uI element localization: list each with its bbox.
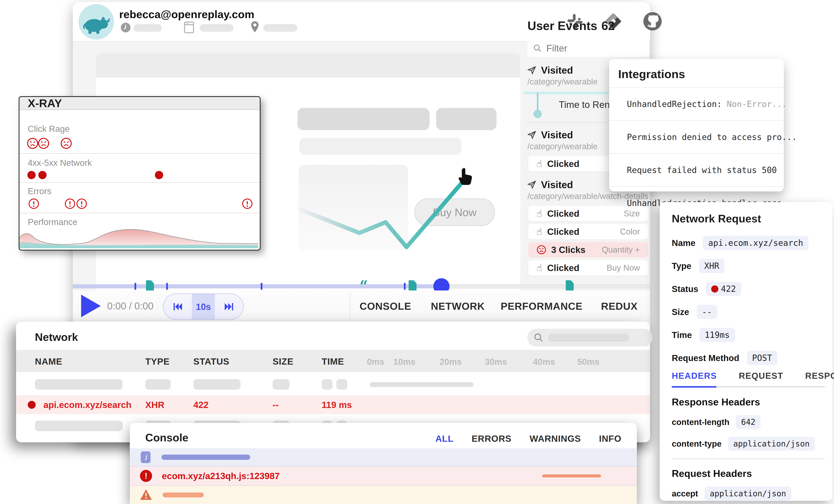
col-name[interactable]: NAME xyxy=(35,356,62,367)
network-error-dot[interactable] xyxy=(27,171,36,179)
error-badge-icon: ! xyxy=(140,470,152,482)
waterfall-bar xyxy=(370,382,474,387)
info-skeleton-bar xyxy=(161,455,250,460)
timeline-bookmark-marker[interactable] xyxy=(409,280,417,292)
field-label: Request Method xyxy=(672,353,739,363)
event-clicked[interactable]: ☝ Clicked Buy Now xyxy=(528,260,648,276)
console-tab-errors[interactable]: ERRORS xyxy=(471,434,511,444)
skeleton-bar xyxy=(35,421,123,431)
network-error-dot[interactable] xyxy=(155,171,163,179)
timeline-bookmark-marker[interactable] xyxy=(146,280,154,292)
timeline-event-tick[interactable] xyxy=(261,283,262,290)
network-request-panel: Network Request Name api.ecom.xyz/search… xyxy=(660,202,833,501)
tab-request[interactable]: REQUEST xyxy=(739,371,783,381)
tab-redux[interactable]: REDUX xyxy=(601,300,638,312)
tab-performance[interactable]: PERFORMANCE xyxy=(501,300,583,312)
error-icon[interactable] xyxy=(76,198,87,210)
tab-network[interactable]: NETWORK xyxy=(431,300,485,312)
header-value-chip: 642 xyxy=(736,415,761,429)
divider xyxy=(19,182,260,183)
request-status: 422 xyxy=(193,400,208,410)
console-row-info[interactable]: i xyxy=(130,448,637,467)
skeleton-bar xyxy=(336,379,347,390)
error-icon[interactable] xyxy=(64,198,75,210)
console-tab-info[interactable]: INFO xyxy=(599,434,621,444)
request-detail-tabs: HEADERS REQUEST RESPONSE xyxy=(672,371,825,381)
error-skeleton-line xyxy=(542,475,601,477)
tab-console[interactable]: CONSOLE xyxy=(359,300,411,312)
network-request-title: Network Request xyxy=(672,212,825,225)
ruler-50ms: 50ms xyxy=(577,357,599,367)
console-tab-warnings[interactable]: WARNINGS xyxy=(529,434,581,444)
integration-message: Request failed with status 500 xyxy=(627,165,777,175)
filter-input[interactable] xyxy=(546,43,626,54)
play-button[interactable] xyxy=(81,294,101,317)
network-error-dot[interactable] xyxy=(38,171,47,179)
field-value-chip: POST xyxy=(747,351,777,365)
rage-face-icon[interactable] xyxy=(27,137,39,149)
integration-item[interactable]: Request failed with status 500 xyxy=(609,153,784,186)
playback-time: 0:00 / 0:00 xyxy=(107,300,154,312)
console-row-error[interactable]: ! ecom.xyz/a213qh.js:123987 xyxy=(130,467,637,486)
header-content-length: content-length 642 xyxy=(672,415,825,429)
timeline-event-tick[interactable] xyxy=(134,283,136,290)
network-search-box[interactable] xyxy=(527,329,653,347)
col-time[interactable]: TIME xyxy=(322,356,344,367)
user-events-count: 62 xyxy=(601,19,615,33)
player-controls: 0:00 / 0:00 10s xyxy=(73,290,650,323)
performance-chart xyxy=(19,226,258,248)
event-label: Clicked xyxy=(547,226,579,237)
integration-item[interactable]: UnhandledRejection: Non-Error... xyxy=(609,87,784,120)
error-icon[interactable] xyxy=(242,198,253,210)
divider xyxy=(19,153,260,154)
xray-panel: X-RAY Click Rage 4xx-5xx Network Errors … xyxy=(19,96,261,250)
network-row-skeleton[interactable] xyxy=(16,379,650,391)
integration-message-muted: Non-Error... xyxy=(727,99,787,109)
field-value-chip: -- xyxy=(697,305,717,319)
tab-headers[interactable]: HEADERS xyxy=(672,371,717,381)
field-request-method: Request Method POST xyxy=(672,351,825,365)
event-label: Visited xyxy=(541,179,573,190)
field-label: Size xyxy=(672,307,689,317)
skip-interval-label[interactable]: 10s xyxy=(192,294,215,319)
skip-back-icon xyxy=(172,301,183,312)
skip-back-button[interactable] xyxy=(163,294,192,319)
field-label: Type xyxy=(672,261,692,271)
field-status: Status 422 xyxy=(672,282,825,296)
col-size[interactable]: SIZE xyxy=(272,356,293,367)
timeline-track xyxy=(441,284,650,289)
ruler-20ms: 20ms xyxy=(440,357,462,367)
network-panel-title: Network xyxy=(35,331,78,343)
console-tab-all[interactable]: ALL xyxy=(435,434,454,444)
controls-divider xyxy=(350,292,350,321)
header-accept: accept application/json xyxy=(672,487,825,500)
error-icon[interactable] xyxy=(28,198,39,210)
request-name: api.ecom.xyz/search xyxy=(43,400,131,410)
timeline-event-tick[interactable] xyxy=(404,283,405,290)
event-target: Buy Now xyxy=(607,263,640,272)
timeline-bookmark-marker[interactable] xyxy=(566,280,574,292)
timeline-event-tick[interactable] xyxy=(166,283,168,290)
rage-face-icon[interactable] xyxy=(60,137,72,149)
user-events-title: User Events xyxy=(527,19,597,33)
event-clicked[interactable]: ☝ Clicked Color xyxy=(528,224,648,239)
col-type[interactable]: TYPE xyxy=(145,356,170,367)
network-errors-label: 4xx-5xx Network xyxy=(28,158,92,168)
tab-response[interactable]: RESPONSE xyxy=(805,371,834,381)
timing-dot xyxy=(533,110,542,118)
network-row-error[interactable]: api.ecom.xyz/search XHR 422 -- 119 ms xyxy=(16,395,650,414)
field-size: Size -- xyxy=(672,305,825,319)
event-rage-clicks[interactable]: 3 Clicks Quantity + xyxy=(528,242,648,258)
request-headers-title: Request Headers xyxy=(672,468,825,479)
console-row-warning[interactable] xyxy=(130,486,637,504)
warning-triangle-icon xyxy=(139,489,152,501)
warning-skeleton-bar xyxy=(162,492,204,497)
player-timeline[interactable]: “ xyxy=(73,282,650,290)
integration-item[interactable]: Permission denied to access pro... xyxy=(609,120,784,153)
hand-pointer-icon: ☝ xyxy=(536,226,542,237)
events-filter-box[interactable] xyxy=(527,40,649,57)
skip-forward-button[interactable] xyxy=(215,294,243,319)
col-status[interactable]: STATUS xyxy=(193,356,229,367)
rage-face-icon[interactable] xyxy=(38,137,50,149)
event-label: 3 Clicks xyxy=(551,245,585,255)
